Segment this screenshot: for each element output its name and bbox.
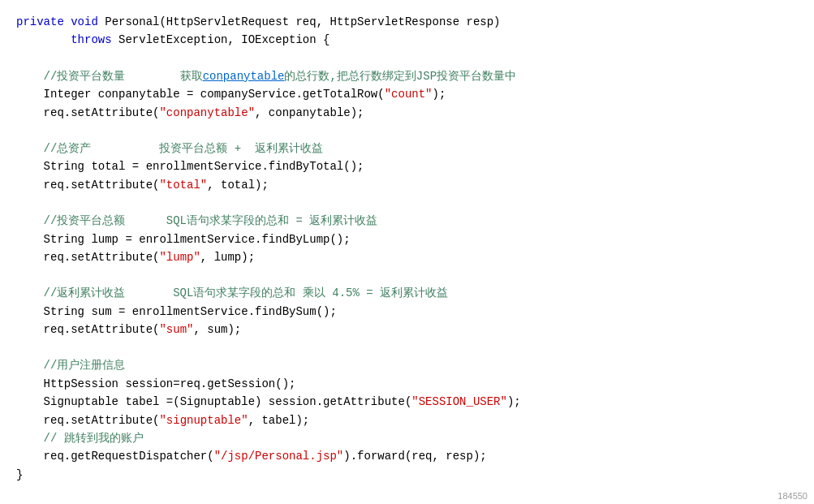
- code-line: [16, 338, 798, 356]
- code-line: req.setAttribute("lump", lump);: [16, 248, 798, 266]
- code-line: [16, 266, 798, 284]
- code-line: [16, 122, 798, 140]
- code-line: req.getRequestDispatcher("/jsp/Personal.…: [16, 447, 798, 465]
- code-line: String lump = enrollmentService.findByLu…: [16, 230, 798, 248]
- code-line: throws ServletException, IOException {: [16, 31, 798, 49]
- code-viewer: private void Personal(HttpServletRequest…: [0, 0, 814, 504]
- code-line: HttpSession session=req.getSession();: [16, 375, 798, 393]
- code-line: //投资平台总额 SQL语句求某字段的总和 = 返利累计收益: [16, 212, 798, 230]
- code-line: Integer conpanytable = companyService.ge…: [16, 85, 798, 103]
- code-line: [16, 194, 798, 212]
- watermark: 184550: [777, 491, 808, 501]
- code-line: req.setAttribute("sum", sum);: [16, 321, 798, 338]
- code-line: req.setAttribute("signuptable", tabel);: [16, 411, 798, 429]
- code-line: //投资平台数量 获取conpanytable的总行数,把总行数绑定到JSP投资…: [16, 67, 798, 85]
- code-line: req.setAttribute("conpanytable", conpany…: [16, 104, 798, 122]
- code-line: //用户注册信息: [16, 356, 798, 374]
- code-line: private void Personal(HttpServletRequest…: [16, 13, 798, 31]
- code-line: }: [16, 466, 798, 484]
- code-line: String sum = enrollmentService.findBySum…: [16, 303, 798, 321]
- code-line: Signuptable tabel =(Signuptable) session…: [16, 393, 798, 411]
- code-line: [16, 50, 798, 67]
- code-line: //总资产 投资平台总额 + 返利累计收益: [16, 140, 798, 157]
- code-line: //返利累计收益 SQL语句求某字段的总和 乘以 4.5% = 返利累计收益: [16, 284, 798, 302]
- code-line: String total = enrollmentService.findByT…: [16, 157, 798, 175]
- code-line: // 跳转到我的账户: [16, 429, 798, 447]
- code-block: private void Personal(HttpServletRequest…: [0, 8, 814, 489]
- code-line: req.setAttribute("total", total);: [16, 176, 798, 194]
